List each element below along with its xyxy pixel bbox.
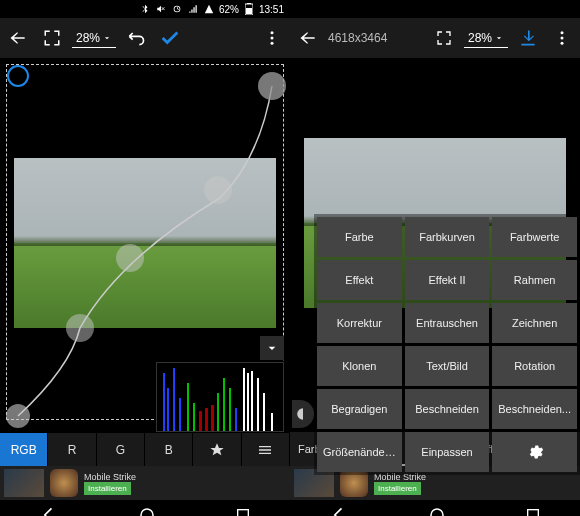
image-preview — [14, 158, 276, 328]
svg-point-35 — [561, 42, 564, 45]
svg-rect-32 — [237, 510, 248, 516]
menu-effekt[interactable]: Effekt — [317, 260, 402, 300]
battery-percent: 62% — [219, 4, 239, 15]
svg-rect-29 — [263, 393, 265, 432]
canvas-right[interactable]: Farbe Farbkurven Farbwerte Effekt Effekt… — [290, 58, 580, 432]
svg-rect-2 — [246, 8, 252, 14]
fullscreen-button[interactable] — [430, 24, 458, 52]
alarm-icon — [171, 3, 183, 15]
svg-rect-1 — [247, 3, 251, 4]
tool-menu-grid: Farbe Farbkurven Farbwerte Effekt Effekt… — [314, 214, 580, 475]
overflow-button[interactable] — [258, 24, 286, 52]
svg-point-31 — [141, 509, 153, 516]
nav-bar-left — [0, 500, 290, 516]
histogram-panel — [156, 336, 284, 432]
svg-point-34 — [561, 37, 564, 40]
status-bar: 62% 13:51 — [0, 0, 290, 18]
apply-button[interactable] — [156, 24, 184, 52]
ad-title: Mobile Strike — [84, 472, 136, 482]
menu-einpassen[interactable]: Einpassen — [405, 432, 490, 472]
channel-rgb[interactable]: RGB — [0, 433, 48, 466]
svg-rect-37 — [527, 510, 538, 516]
menu-entrauschen[interactable]: Entrauschen — [405, 303, 490, 343]
image-dimensions: 4618x3464 — [328, 31, 387, 45]
download-button[interactable] — [514, 24, 542, 52]
toolbar-right: 4618x3464 28% — [290, 18, 580, 58]
menu-rotation[interactable]: Rotation — [492, 346, 577, 386]
channel-r[interactable]: R — [48, 433, 96, 466]
menu-settings[interactable] — [492, 432, 577, 472]
menu-zeichnen[interactable]: Zeichnen — [492, 303, 577, 343]
menu-begradigen[interactable]: Begradigen — [317, 389, 402, 429]
zoom-value: 28% — [468, 31, 492, 45]
nav-back[interactable] — [39, 505, 59, 516]
zoom-value: 28% — [76, 31, 100, 45]
ad-install-button[interactable]: Installieren — [84, 482, 131, 495]
menu-klonen[interactable]: Klonen — [317, 346, 402, 386]
signal-icon — [203, 3, 215, 15]
svg-rect-30 — [271, 413, 273, 432]
menu-effekt2[interactable]: Effekt II — [405, 260, 490, 300]
zoom-dropdown[interactable]: 28% — [72, 29, 116, 48]
channel-g[interactable]: G — [97, 433, 145, 466]
svg-point-4 — [271, 37, 274, 40]
menu-textbild[interactable]: Text/Bild — [405, 346, 490, 386]
toolbar-left: 28% — [0, 18, 290, 58]
svg-rect-19 — [205, 408, 208, 432]
back-button[interactable] — [4, 24, 32, 52]
canvas-left[interactable] — [0, 58, 290, 432]
mute-icon — [155, 3, 167, 15]
svg-rect-15 — [179, 398, 181, 432]
svg-point-5 — [271, 42, 274, 45]
nav-back[interactable] — [329, 505, 349, 516]
svg-rect-16 — [187, 383, 189, 432]
menu-farbe[interactable]: Farbe — [317, 217, 402, 257]
svg-point-3 — [271, 31, 274, 34]
menu-farbwerte[interactable]: Farbwerte — [492, 217, 577, 257]
svg-point-36 — [431, 509, 443, 516]
ad-banner-left[interactable]: Mobile Strike Installieren — [0, 466, 290, 500]
fullscreen-button[interactable] — [38, 24, 66, 52]
ad-app-icon — [50, 469, 78, 497]
nav-recent[interactable] — [525, 507, 541, 516]
svg-rect-22 — [223, 378, 225, 432]
channel-b[interactable]: B — [145, 433, 193, 466]
zoom-dropdown[interactable]: 28% — [464, 29, 508, 48]
clock-time: 13:51 — [259, 4, 284, 15]
svg-rect-27 — [251, 371, 253, 432]
nav-home[interactable] — [138, 506, 156, 516]
svg-rect-26 — [247, 373, 249, 432]
ad-thumb — [4, 469, 44, 497]
menu-rahmen[interactable]: Rahmen — [492, 260, 577, 300]
svg-rect-13 — [167, 388, 169, 432]
undo-button[interactable] — [122, 24, 150, 52]
nav-home[interactable] — [428, 506, 446, 516]
network-icon — [187, 3, 199, 15]
svg-rect-24 — [235, 408, 237, 432]
ad-install-button[interactable]: Installieren — [374, 482, 421, 495]
channel-star[interactable] — [193, 433, 241, 466]
svg-rect-21 — [217, 393, 219, 432]
menu-beschneiden[interactable]: Beschneiden — [405, 389, 490, 429]
menu-beschneiden2[interactable]: Beschneiden... — [492, 389, 577, 429]
histogram — [156, 362, 284, 432]
channel-menu[interactable] — [242, 433, 290, 466]
battery-icon — [243, 3, 255, 15]
channel-tabs: RGB R G B — [0, 432, 290, 466]
svg-point-33 — [561, 31, 564, 34]
svg-rect-28 — [257, 378, 259, 432]
nav-bar-right — [290, 500, 580, 516]
histogram-collapse-button[interactable] — [260, 336, 284, 360]
svg-rect-17 — [193, 403, 195, 432]
nav-recent[interactable] — [235, 507, 251, 516]
svg-rect-23 — [229, 388, 231, 432]
compare-toggle[interactable] — [292, 400, 314, 428]
menu-groessen[interactable]: Größenände… — [317, 432, 402, 472]
menu-korrektur[interactable]: Korrektur — [317, 303, 402, 343]
svg-rect-12 — [163, 373, 165, 432]
svg-rect-14 — [173, 368, 175, 432]
overflow-button[interactable] — [548, 24, 576, 52]
svg-rect-20 — [211, 405, 214, 432]
back-button[interactable] — [294, 24, 322, 52]
menu-farbkurven[interactable]: Farbkurven — [405, 217, 490, 257]
